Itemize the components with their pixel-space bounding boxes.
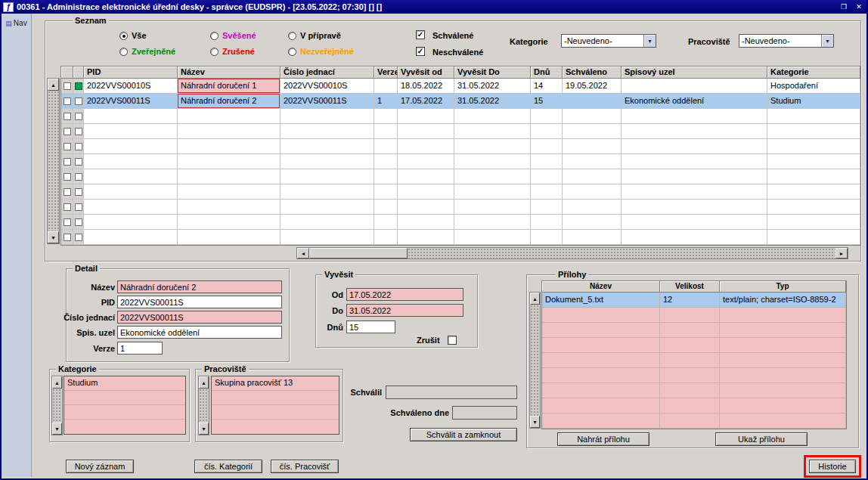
novy-zaznam-button[interactable]: Nový záznam [66,460,134,473]
cell[interactable] [84,139,178,154]
cell[interactable] [660,308,720,323]
cell[interactable] [454,109,531,124]
cell[interactable] [622,139,767,154]
cell-pid[interactable]: 2022VVS00011S [84,94,178,109]
cell[interactable] [454,139,531,154]
scrollbar-track[interactable] [52,389,62,423]
row-select-cell[interactable] [61,200,73,215]
restore-button[interactable]: ❐ [838,2,850,12]
row-select-cell[interactable] [61,124,73,139]
scrollbar-track[interactable] [530,305,540,416]
cell[interactable] [720,338,846,353]
scrollbar-track[interactable] [408,248,835,259]
cell[interactable] [563,109,622,124]
cell[interactable] [374,154,398,169]
checkbox-neschvalene[interactable]: ✓ [416,47,425,56]
pracoviste-dropdown[interactable]: -Neuvedeno- ▼ [739,34,834,48]
cell[interactable] [398,109,454,124]
vyvesit-do-field[interactable]: 31.05.2022 [346,304,463,317]
cell[interactable] [454,200,531,215]
cell[interactable] [622,124,767,139]
cell[interactable] [374,124,398,139]
list-item-empty[interactable] [64,391,185,405]
cell[interactable] [454,154,531,169]
close-button[interactable]: ✕ [853,2,865,12]
cell-uzel[interactable] [622,79,767,94]
nahrat-prilohu-button[interactable]: Nahrát přílohu [557,432,649,446]
cell-do[interactable]: 31.05.2022 [454,94,531,109]
row-checkbox[interactable] [64,113,71,120]
row-select-cell[interactable] [61,215,73,230]
scroll-down-button[interactable]: ▼ [530,416,540,428]
zrusit-checkbox[interactable] [448,336,457,345]
detail-pid-field[interactable]: 2022VVS00011S [117,296,282,308]
cell[interactable] [767,109,860,124]
cell[interactable] [660,353,720,368]
scroll-up-button[interactable]: ▲ [52,376,62,389]
cell[interactable] [178,230,281,245]
cell-schvaleno[interactable] [563,94,622,109]
prilohy-scrollbar[interactable]: ▲ ▼ [529,292,541,429]
cell[interactable] [660,398,720,413]
cell[interactable] [720,308,846,323]
cell[interactable] [531,124,563,139]
row-checkbox[interactable] [64,218,71,226]
cell[interactable] [281,215,374,230]
cell-cislo[interactable]: 2022VVS00011S [281,94,374,109]
cell[interactable] [542,368,660,383]
cell-kategorie[interactable]: Hospodaření [767,79,860,94]
cell[interactable] [454,124,531,139]
kategorie-dropdown-arrow[interactable]: ▼ [643,35,656,47]
kategorie-dropdown[interactable]: -Neuvedeno- ▼ [561,34,656,48]
cell-typ[interactable]: text/plain; charset=ISO-8859-2 [720,293,846,308]
cell[interactable] [178,215,281,230]
cell[interactable] [454,184,531,200]
cell-uzel[interactable]: Ekonomické oddělení [622,94,767,109]
cell[interactable] [531,184,563,200]
list-item-empty[interactable] [64,420,185,434]
cell[interactable] [398,124,454,139]
schvalit-a-zamknout-button[interactable]: Schválit a zamknout [410,428,517,441]
scroll-down-button[interactable]: ▼ [199,423,209,435]
cell[interactable] [563,184,622,200]
cell[interactable] [622,169,767,184]
cell[interactable] [531,169,563,184]
detail-nazev-field[interactable]: Náhradní doručení 2 [117,280,282,293]
cell[interactable] [454,169,531,184]
cell[interactable] [178,184,281,200]
cell[interactable] [622,184,767,200]
records-scrollbar[interactable]: ▲ ▼ [47,78,60,244]
cell[interactable] [542,353,660,368]
cell[interactable] [374,109,398,124]
cell[interactable] [178,139,281,154]
cell[interactable] [531,154,563,169]
scrollbar-track[interactable] [48,91,59,231]
radio-zrusene[interactable] [210,48,219,56]
cell[interactable] [281,109,374,124]
cell[interactable] [178,169,281,184]
cell[interactable] [281,154,374,169]
pracoviste-dropdown-arrow[interactable]: ▼ [821,35,833,47]
cell[interactable] [398,184,454,200]
cell[interactable] [622,109,767,124]
cell-do[interactable]: 31.05.2022 [454,79,531,94]
cell[interactable] [542,398,660,413]
radio-vse[interactable] [119,32,128,40]
scroll-up-button[interactable]: ▲ [199,376,209,389]
scroll-right-button[interactable]: ► [835,248,848,259]
radio-nezverejnene[interactable] [288,48,296,56]
scrollbar-thumb[interactable] [309,248,408,259]
cell-nazev[interactable]: Náhradní doručení 2 [178,94,281,109]
cell[interactable] [84,109,178,124]
cell[interactable] [178,124,281,139]
row-select-cell[interactable] [61,94,73,109]
cell[interactable] [281,169,374,184]
pracoviste-scrollbar[interactable]: ▲ ▼ [198,376,209,435]
titlebar[interactable]: ƒ 00361 - Administrace elektronické úřed… [0,0,868,14]
row-checkbox[interactable] [64,234,71,241]
cell[interactable] [398,139,454,154]
row-select-cell[interactable] [61,230,73,245]
row-checkbox[interactable] [64,98,71,105]
scroll-up-button[interactable]: ▲ [530,293,540,305]
cell[interactable] [84,124,178,139]
